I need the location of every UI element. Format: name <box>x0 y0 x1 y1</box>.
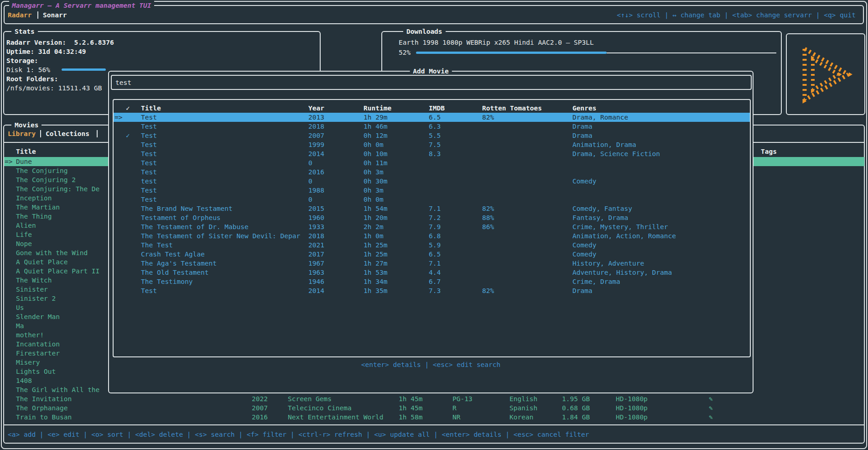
cell-imdb: 7.2 <box>429 213 441 222</box>
cell-size: 0.68 GB <box>562 403 590 413</box>
cell-rotten_tomatoes: 82% <box>482 113 494 122</box>
cell-runtime: 1h 54m <box>364 204 387 213</box>
cell-title: The Test <box>141 241 173 250</box>
cell-runtime: 1h 35m <box>364 286 387 295</box>
cell-genres: Animation, Drama <box>572 140 636 149</box>
result-row[interactable]: The Aga's Testament19671h 27m7.1History,… <box>114 259 750 268</box>
cell-size: 1.95 GB <box>562 394 590 403</box>
cell-year: 0 <box>308 177 312 186</box>
result-row[interactable]: The Testament of Dr. Mabuse19332h 2m7.98… <box>114 222 750 231</box>
cell-year: 2014 <box>308 286 324 295</box>
cell-imdb: 6.5 <box>429 113 441 122</box>
cell-runtime: 0h 3m <box>364 167 384 177</box>
cell-runtime: 0h 30m <box>364 177 387 186</box>
cell-year: 1988 <box>308 186 324 195</box>
cell-genres: Comedy <box>572 177 596 186</box>
cell-genres: Drama <box>572 286 593 295</box>
cell-genres: Drama <box>572 122 593 131</box>
table-row[interactable]: 2007Telecinco Cinema1h 45mRSpanish0.68 G… <box>0 403 868 413</box>
selection-arrow: => <box>114 113 122 122</box>
cell-runtime: 1h 27m <box>364 259 387 268</box>
cell-year: 2015 <box>308 204 324 213</box>
result-row[interactable]: =>Test20131h 29m6.582%Drama, Romance <box>114 113 750 122</box>
app-title: Managarr — A Servarr management TUI <box>9 1 154 10</box>
cell-quality: HD-1080p <box>616 394 648 403</box>
result-row[interactable]: The Testimony19461h 34m6.7Crime, Drama <box>114 277 750 286</box>
cell-year: 2017 <box>308 250 324 259</box>
cell-year: 2018 <box>308 231 324 241</box>
cell-runtime: 0h 0m <box>364 195 384 204</box>
result-row[interactable]: Test00h 11m <box>114 158 750 167</box>
cell-runtime: 2h 2m <box>364 222 384 231</box>
cell-imdb: 7.1 <box>429 204 441 213</box>
cell-year: 2018 <box>308 122 324 131</box>
result-row[interactable]: Test20140h 10m8.3Drama, Science Fiction <box>114 149 750 158</box>
cell-imdb: 4.4 <box>429 268 441 277</box>
cell-genres: Crime, Drama <box>572 277 620 286</box>
cell-size: 1.84 GB <box>562 413 590 422</box>
result-row[interactable]: Crash Test Aglae20171h 25m6.5Comedy <box>114 250 750 259</box>
cell-year: 2014 <box>308 149 324 158</box>
cell-year: 2007 <box>252 403 268 413</box>
cell-genres: Drama, Science Fiction <box>572 149 660 158</box>
result-row[interactable]: Test20160h 3m <box>114 167 750 177</box>
cell-runtime: 0h 3m <box>364 186 384 195</box>
cell-runtime: 1h 46m <box>364 122 387 131</box>
cell-rating: R <box>452 403 457 413</box>
cell-title: Test <box>141 140 157 149</box>
cell-title: Test <box>141 131 157 140</box>
cell-year: 1999 <box>308 140 324 149</box>
cell-year: 1933 <box>308 222 324 231</box>
cell-imdb: 7.3 <box>429 286 441 295</box>
cell-title: Test <box>141 158 157 167</box>
cell-genres: Fantasy, Drama <box>572 213 628 222</box>
result-row[interactable]: Test19990h 0m7.5Animation, Drama <box>114 140 750 149</box>
cell-rotten_tomatoes: 88% <box>482 213 494 222</box>
table-row[interactable]: 2016Next Entertainment World1h 58mNRKore… <box>0 413 868 422</box>
result-row[interactable]: Test00h 0m <box>114 195 750 204</box>
cell-year: 1963 <box>308 268 324 277</box>
cell-imdb: 8.3 <box>429 149 441 158</box>
cell-studio: Telecinco Cinema <box>288 403 352 413</box>
cell-title: Testament of Orpheus <box>141 213 221 222</box>
edit-icon: ✎ <box>709 413 713 422</box>
result-row[interactable]: test00h 30mComedy <box>114 177 750 186</box>
cell-rotten_tomatoes: 82% <box>482 204 494 213</box>
cell-year: 0 <box>308 158 312 167</box>
cell-quality: HD-1080p <box>616 413 648 422</box>
result-row[interactable]: The Test20211h 25m5.9Comedy <box>114 241 750 250</box>
table-row[interactable]: 2022Screen Gems1h 45mPG-13English1.95 GB… <box>0 394 868 403</box>
search-results-rows: =>Test20131h 29m6.582%Drama, RomanceTest… <box>109 72 753 392</box>
cell-runtime: 1h 58m <box>399 413 422 422</box>
cell-runtime: 1h 53m <box>364 268 387 277</box>
cell-year: 2007 <box>308 131 324 140</box>
cell-imdb: 7.1 <box>429 259 441 268</box>
result-row[interactable]: ✓Test20070h 12m5.5Drama <box>114 131 750 140</box>
cell-genres: Drama, Romance <box>572 113 628 122</box>
cell-genres: Comedy <box>572 241 596 250</box>
cell-genres: Drama <box>572 131 593 140</box>
result-row[interactable]: Test19880h 3m <box>114 186 750 195</box>
cell-runtime: 1h 25m <box>364 250 387 259</box>
cell-year: 0 <box>308 195 312 204</box>
result-row[interactable]: The Brand New Testament20151h 54m7.182%C… <box>114 204 750 213</box>
result-row[interactable]: Testament of Orpheus19601h 20m7.288%Fant… <box>114 213 750 222</box>
cell-imdb: 5.9 <box>429 241 441 250</box>
cell-genres: History, Adventure <box>572 259 644 268</box>
cell-studio: Screen Gems <box>288 394 332 403</box>
result-row[interactable]: The Old Testament19631h 53m4.4Adventure,… <box>114 268 750 277</box>
cell-runtime: 1h 25m <box>364 241 387 250</box>
cell-imdb: 6.7 <box>429 277 441 286</box>
cell-title: Test <box>141 286 157 295</box>
cell-title: Crash Test Aglae <box>141 250 205 259</box>
result-row[interactable]: Test20181h 46m6.3Drama <box>114 122 750 131</box>
cell-runtime: 1h 20m <box>364 213 387 222</box>
cell-title: The Testament of Dr. Mabuse <box>141 222 249 231</box>
bottom-help-separator <box>4 424 864 425</box>
cell-title: Test <box>141 122 157 131</box>
cell-language: English <box>509 394 537 403</box>
result-row[interactable]: The Testament of Sister New Devil: Depar… <box>114 231 750 241</box>
result-row[interactable]: Test20141h 35m7.382%Drama <box>114 286 750 295</box>
cell-imdb: 7.9 <box>429 222 441 231</box>
cell-runtime: 0h 12m <box>364 131 387 140</box>
